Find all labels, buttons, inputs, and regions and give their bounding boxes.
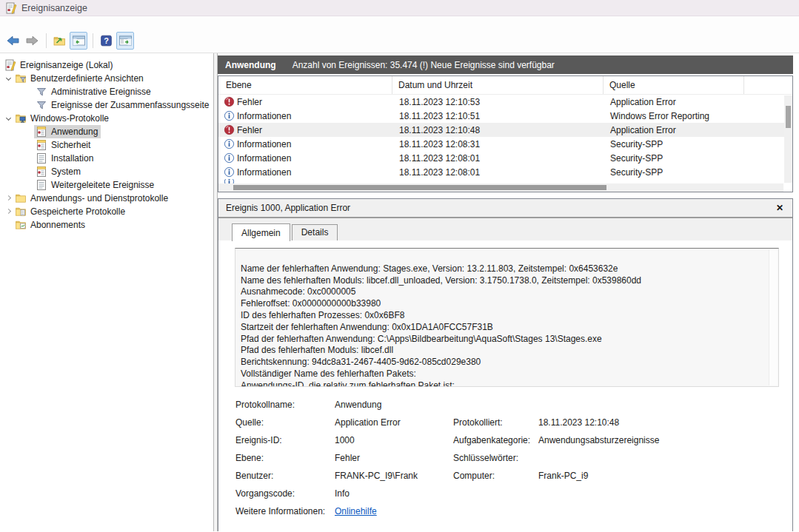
event-detail-panel: Ereignis 1000, Application Error ✕ Allge… — [218, 198, 793, 531]
table-row[interactable]: Informationen 18.11.2023 12:08:31 Securi… — [218, 137, 792, 151]
column-header-datetime[interactable]: Datum und Uhrzeit — [392, 76, 604, 94]
log-icon — [36, 126, 47, 138]
folder-document-icon — [15, 206, 27, 218]
log-title: Anwendung — [225, 60, 276, 70]
prop-label: Ereignis-ID: — [235, 431, 335, 449]
filter-icon — [36, 86, 47, 98]
toggle-console-tree-button[interactable] — [70, 32, 87, 50]
folder-monitor-icon — [15, 112, 27, 124]
sidebar-item-subscriptions[interactable]: Abonnements — [0, 218, 213, 232]
folder-filter-icon — [15, 73, 27, 84]
online-help-link[interactable]: Onlinehilfe — [335, 506, 377, 516]
log-icon — [36, 166, 47, 178]
table-row[interactable]: Informationen 18.11.2023 12:08:01 Securi… — [218, 151, 792, 165]
prop-value: Frank-PC_i9 — [538, 467, 779, 485]
description-scrollbar[interactable] — [769, 249, 778, 385]
table-row[interactable]: Informationen 18.11.2023 12:08:01 Securi… — [218, 165, 792, 179]
folder-icon — [15, 192, 27, 204]
results-pane: Anwendung Anzahl von Ereignissen: 35.474… — [218, 53, 799, 531]
log-header-bar: Anwendung Anzahl von Ereignissen: 35.474… — [218, 55, 793, 74]
log-event-count: Anzahl von Ereignissen: 35.474 (!) Neue … — [292, 60, 555, 70]
forward-arrow-icon — [25, 35, 39, 47]
table-row[interactable]: Fehler 18.11.2023 12:10:53 Application E… — [218, 95, 792, 109]
prop-value: Application Error — [335, 414, 453, 431]
vertical-scrollbar-thumb[interactable] — [786, 106, 791, 128]
event-list: Ebene Datum und Uhrzeit Quelle Fehler 18… — [218, 75, 793, 192]
toolbar-separator — [46, 33, 47, 48]
toggle-action-pane-button[interactable] — [116, 32, 134, 50]
column-header-source[interactable]: Quelle — [604, 76, 744, 94]
prop-label: Benutzer: — [235, 467, 335, 485]
export-folder-icon — [53, 35, 67, 47]
sidebar-item-summary-page-events[interactable]: Ereignisse der Zusammenfassungsseite — [0, 98, 213, 112]
vertical-scrollbar[interactable] — [784, 95, 792, 183]
sidebar-item-system[interactable]: System — [0, 165, 213, 178]
horizontal-scrollbar[interactable] — [218, 183, 783, 192]
prop-label: Weitere Informationen: — [235, 502, 335, 520]
expander-collapsed-icon[interactable] — [3, 198, 13, 200]
column-header-level[interactable]: Ebene — [218, 76, 392, 94]
sidebar-item-saved-logs[interactable]: Gespeicherte Protokolle — [0, 205, 213, 218]
sidebar-item-administrative-events[interactable]: Administrative Ereignisse — [0, 85, 213, 98]
prop-value — [538, 396, 779, 414]
sidebar-item-custom-views[interactable]: Benutzerdefinierte Ansichten — [0, 72, 213, 85]
sidebar-item-application[interactable]: Anwendung — [0, 125, 213, 138]
info-icon — [224, 166, 235, 178]
prop-label: Schlüsselwörter: — [453, 449, 538, 467]
prop-value: Anwendungsabsturzereignisse — [538, 431, 779, 449]
back-arrow-icon — [6, 35, 20, 47]
prop-label: Protokolliert: — [453, 414, 538, 431]
open-saved-log-button[interactable] — [50, 32, 68, 50]
event-description[interactable]: Name der fehlerhaften Anwendung: Stages.… — [235, 248, 779, 387]
filter-icon — [36, 99, 47, 111]
prop-label: Computer: — [453, 467, 538, 485]
tab-details[interactable]: Details — [292, 224, 338, 240]
prop-value — [538, 485, 779, 502]
prop-value: Anwendung — [335, 396, 453, 414]
prop-label: Protokollname: — [235, 396, 335, 414]
back-button[interactable] — [4, 32, 21, 50]
tab-general[interactable]: Allgemein — [232, 223, 290, 241]
prop-value: 1000 — [335, 431, 453, 449]
sidebar-item-forwarded-events[interactable]: Weitergeleitete Ereignisse — [0, 178, 213, 192]
detail-title: Ereignis 1000, Application Error — [226, 203, 350, 213]
column-header-row: Ebene Datum und Uhrzeit Quelle — [218, 76, 792, 95]
expander-collapsed-icon[interactable] — [3, 211, 13, 213]
prop-label: Quelle: — [235, 414, 335, 431]
sidebar-item-security[interactable]: Sicherheit — [0, 138, 213, 152]
sidebar-item-applications-and-services-logs[interactable]: Anwendungs- und Dienstprotokolle — [0, 192, 213, 205]
sidebar-item-setup[interactable]: Installation — [0, 152, 213, 165]
event-viewer-icon — [4, 59, 16, 71]
info-icon — [224, 138, 235, 149]
prop-label: Ebene: — [235, 449, 335, 467]
tab-page-general: Name der fehlerhaften Anwendung: Stages.… — [218, 240, 792, 531]
table-row-selected[interactable]: Fehler 18.11.2023 12:10:48 Application E… — [218, 123, 792, 137]
sidebar-item-windows-logs[interactable]: Windows-Protokolle — [0, 112, 213, 125]
console-tree-icon — [72, 35, 86, 47]
prop-value: Info — [335, 485, 453, 502]
prop-value — [538, 502, 779, 520]
action-pane-icon — [118, 35, 133, 47]
document-icon — [36, 152, 47, 164]
prop-value — [538, 449, 779, 467]
expander-expanded-icon[interactable] — [3, 78, 13, 80]
document-icon — [36, 179, 47, 191]
forward-button[interactable] — [23, 32, 41, 50]
prop-value: Fehler — [335, 449, 453, 467]
prop-label: Aufgabenkategorie: — [453, 431, 538, 449]
toolbar — [0, 16, 799, 53]
detail-tabs: Allgemein Details — [218, 218, 792, 240]
expander-expanded-icon[interactable] — [3, 118, 13, 120]
close-icon[interactable]: ✕ — [776, 203, 783, 212]
prop-value: FRANK-PC_I9\Frank — [335, 467, 453, 485]
prop-value: 18.11.2023 12:10:48 — [538, 414, 779, 431]
detail-header: Ereignis 1000, Application Error ✕ — [218, 199, 792, 218]
sidebar-item-event-viewer-local[interactable]: Ereignisanzeige (Lokal) — [0, 58, 213, 72]
horizontal-scrollbar-thumb[interactable] — [233, 185, 606, 190]
help-button[interactable] — [97, 32, 115, 50]
event-description-text: Name der fehlerhaften Anwendung: Stages.… — [241, 263, 641, 387]
window-title: Ereignisanzeige — [21, 3, 87, 13]
event-viewer-icon — [5, 2, 17, 14]
prop-label — [453, 485, 538, 502]
table-row[interactable]: Informationen 18.11.2023 12:10:51 Window… — [218, 109, 792, 123]
